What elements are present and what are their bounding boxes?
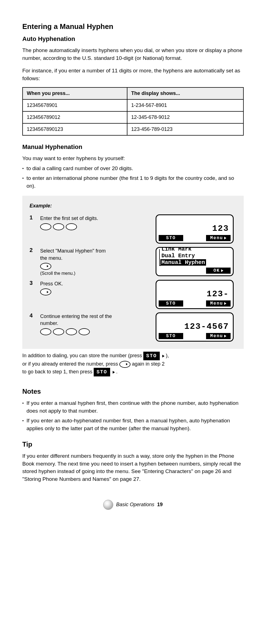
step-number: 2 — [30, 247, 37, 253]
table-header-right: The display shows... — [127, 87, 243, 99]
note-item: • If you enter an auto-hyphenated number… — [22, 417, 244, 432]
bullet-icon: • — [22, 417, 24, 423]
keypad-button-icon — [66, 328, 77, 335]
chevron-right-icon — [224, 302, 226, 305]
step-text: Enter the first set of digits. — [40, 214, 98, 222]
page-title: Entering a Manual Hyphen — [22, 22, 244, 31]
para-manual-intro: You may want to enter hyphens by yoursel… — [22, 155, 244, 162]
para-auto-1: The phone automatically inserts hyphens … — [22, 46, 244, 62]
step-row: 4 Continue entering the rest of the numb… — [30, 312, 236, 342]
softkey-inline-sto: STO — [143, 352, 159, 360]
softkey-left[interactable]: STO — [159, 235, 183, 241]
scroll-note: (Scroll the menu.) — [40, 270, 113, 276]
after-instructions: In addition to dialing, you can store th… — [22, 352, 244, 376]
phone-screen: 123-4567 STO Menu — [156, 312, 234, 342]
keypad-button-icon — [53, 328, 64, 335]
keypad-button-icon — [66, 223, 77, 230]
phone-screen: 123- STO Menu — [156, 280, 234, 309]
footer-section-label: Basic Operations — [116, 502, 154, 508]
step-number: 1 — [30, 214, 37, 221]
softkey-inline-sto: STO — [94, 368, 110, 376]
subheading-manual: Manual Hyphenation — [22, 143, 244, 151]
step-row: 1 Enter the first set of digits. 123 — [30, 214, 236, 244]
bullet-icon: • — [22, 174, 24, 180]
menu-item[interactable]: Dual Entry — [159, 253, 231, 259]
auto-hyphen-table: When you press... The display shows... 1… — [22, 87, 244, 136]
softkey-right[interactable]: OK — [206, 268, 231, 274]
step-text: Press OK. — [40, 280, 63, 287]
keypad-button-icon — [79, 328, 90, 335]
bullet-item: • to enter an international phone number… — [22, 174, 244, 190]
page-number: 19 — [157, 502, 163, 508]
table-header-left: When you press... — [23, 87, 127, 99]
keypad-button-icon — [40, 223, 51, 230]
page-footer: Basic Operations 19 — [22, 500, 244, 510]
bullet-icon: • — [22, 399, 24, 405]
menu-item-selected[interactable]: Manual Hyphen — [160, 259, 206, 266]
chevron-right-icon — [224, 335, 226, 337]
table-row: 12345678901 1-234-567-8901 — [23, 99, 243, 111]
bullet-item: • to dial a calling card number of over … — [22, 165, 244, 172]
phone-screen-menu: Menu Link Mark Dual Entry Manual Hyphen … — [156, 247, 234, 276]
keypad-button-icon — [53, 223, 64, 230]
right-jog-button-icon — [40, 288, 51, 295]
softkey-left[interactable]: STO — [159, 333, 183, 339]
phone-screen: 123 STO Menu — [156, 214, 234, 244]
chevron-right-icon — [224, 237, 226, 239]
para-auto-2: For instance, if you enter a number of 1… — [22, 67, 244, 82]
footer-sphere-icon — [103, 500, 113, 510]
subheading-auto: Auto Hyphenation — [22, 35, 244, 43]
screen-display-text: 123 — [159, 224, 230, 233]
step-number: 3 — [30, 280, 37, 286]
example-box: Example: 1 Enter the first set of digits… — [22, 196, 244, 349]
chevron-right-icon — [113, 371, 115, 374]
step-number: 4 — [30, 312, 37, 319]
keypad-button-icon — [40, 328, 51, 335]
softkey-right[interactable]: Menu — [206, 235, 231, 241]
tip-heading: Tip — [22, 440, 244, 448]
table-row: 1234567890123 123-456-789-0123 — [23, 123, 243, 135]
right-jog-button-icon — [40, 263, 51, 270]
screen-display-text: 123-4567 — [159, 322, 230, 331]
notes-heading: Notes — [22, 388, 244, 395]
step-row: 3 Press OK. 123- STO Menu — [30, 280, 236, 309]
right-jog-button-icon — [119, 361, 130, 368]
softkey-right[interactable]: Menu — [206, 333, 231, 339]
table-row: 123456789012 12-345-678-9012 — [23, 111, 243, 123]
chevron-right-icon — [221, 269, 223, 272]
softkey-left[interactable]: STO — [159, 300, 183, 307]
step-text: Continue entering the rest of the number… — [40, 312, 113, 327]
chevron-right-icon — [162, 355, 165, 357]
bullet-icon: • — [22, 165, 24, 171]
tip-text: If you enter different numbers frequentl… — [22, 452, 244, 483]
screen-display-text: 123- — [159, 289, 230, 299]
softkey-right[interactable]: Menu — [206, 300, 231, 307]
example-label: Example: — [30, 203, 236, 209]
step-text: Select "Manual Hyphen" from the menu. — [40, 247, 113, 261]
note-item: • If you enter a manual hyphen first, th… — [22, 399, 244, 415]
step-row: 2 Select "Manual Hyphen" from the menu. … — [30, 247, 236, 276]
menu-item[interactable]: Link Mark — [159, 247, 231, 253]
